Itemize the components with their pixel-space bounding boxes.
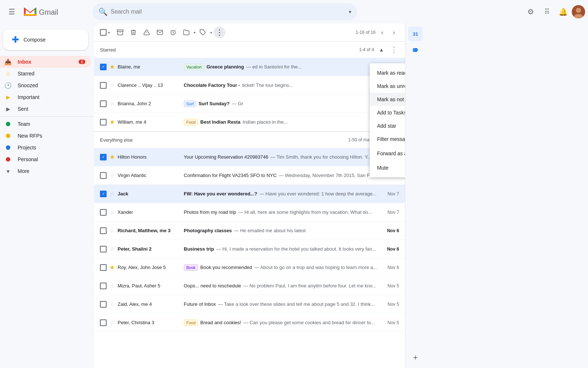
gmail-text-logo: Gmail (39, 7, 58, 17)
table-row[interactable]: ☆ Virgin Atlantic Confirmation for Fligh… (94, 166, 405, 185)
avatar[interactable] (572, 5, 585, 18)
star-icon[interactable]: ☆ (110, 82, 115, 89)
snooze-button[interactable] (167, 26, 179, 38)
starred-icon: ☆ (4, 70, 12, 77)
delete-button[interactable] (128, 26, 139, 38)
next-page-button[interactable]: › (389, 27, 399, 38)
search-bar[interactable]: 🔍 ▾ (93, 3, 357, 20)
sidebar-item-snoozed[interactable]: 🕐 Snoozed (0, 79, 91, 91)
star-icon[interactable]: ☆ (110, 245, 115, 252)
star-icon[interactable]: ☆ (110, 282, 115, 289)
star-icon[interactable]: ★ (110, 264, 115, 271)
spam-button[interactable] (141, 26, 153, 38)
right-panel-tasks-button[interactable] (408, 43, 423, 57)
apps-button[interactable]: ⠿ (539, 4, 554, 19)
email-subject: Book you recommended (200, 265, 252, 270)
label-dropdown-arrow[interactable]: ▾ (210, 31, 212, 35)
email-body: Confirmation for Flight VA2345 SFO to NY… (184, 173, 377, 178)
sidebar-item-personal[interactable]: Personal (0, 153, 91, 165)
settings-button[interactable]: ⚙ (523, 4, 538, 19)
table-row[interactable]: ✓ ★ Hilton Honors Your Upcoming Reservat… (94, 148, 405, 166)
table-row[interactable]: ☆ Zaid, Alex, me 4 Future of Inbox — Tak… (94, 295, 405, 314)
personal-label-icon (4, 156, 12, 163)
compose-button[interactable]: ✚ Compose (3, 29, 88, 50)
more-actions-button[interactable]: ⋮ (214, 26, 225, 38)
table-row[interactable]: ☆ Brianna, John 2 Surf Surf Sunday? — Gr… (94, 95, 405, 113)
notifications-button[interactable]: 🔔 (556, 4, 570, 19)
row-checkbox[interactable] (100, 100, 107, 107)
starred-section-more[interactable]: ⋮ (389, 45, 399, 55)
context-menu: Mark as read Mark as unread Mark as not … (370, 63, 405, 177)
star-icon[interactable]: ☆ (110, 227, 115, 234)
table-row[interactable]: ☆ Peter, Christina 3 Food Bread and cook… (94, 314, 405, 332)
table-row[interactable]: ★ Roy, Alex, John Jose 5 Book Book you r… (94, 258, 405, 277)
row-checkbox[interactable] (100, 172, 107, 179)
star-icon[interactable]: ☆ (110, 190, 115, 197)
star-icon[interactable]: ★ (110, 153, 115, 160)
row-checkbox[interactable] (100, 319, 107, 326)
row-checkbox[interactable] (100, 227, 107, 234)
table-row[interactable]: ☆ Peter, Shalini 2 Business trip — Hi, I… (94, 240, 405, 258)
star-icon[interactable]: ☆ (110, 172, 115, 179)
select-dropdown-arrow[interactable]: ▾ (108, 31, 110, 35)
table-row[interactable]: ✓ ☆ Jack FW: Have you ever wondered...? … (94, 185, 405, 203)
star-icon[interactable]: ☆ (110, 301, 115, 308)
search-input[interactable] (111, 8, 346, 15)
row-checkbox[interactable]: ✓ (100, 64, 107, 70)
table-row[interactable]: ☆ Clarence .. Vijay .. 13 Chocolate Fact… (94, 76, 405, 95)
select-all-checkbox[interactable] (100, 29, 107, 36)
context-menu-item-mark-unread[interactable]: Mark as unread (370, 79, 405, 93)
starred-section-collapse[interactable]: ▲ (376, 45, 387, 55)
email-preview: — Gr (232, 101, 243, 106)
row-checkbox[interactable] (100, 82, 107, 89)
context-menu-item-filter-messages[interactable]: Filter messages like these (370, 132, 405, 146)
archive-button[interactable] (114, 26, 126, 38)
move-dropdown-arrow[interactable]: ▾ (194, 31, 196, 35)
mark-read-button[interactable] (154, 26, 166, 38)
row-checkbox[interactable] (100, 246, 107, 252)
sidebar-item-team[interactable]: Team (0, 118, 91, 130)
move-to-button[interactable] (180, 26, 192, 38)
context-menu-item-mark-not-important[interactable]: Mark as not important (370, 93, 405, 106)
table-row[interactable]: ☆ Xander Photos from my road trip — Hi a… (94, 203, 405, 222)
row-checkbox[interactable] (100, 264, 107, 271)
sidebar-item-projects[interactable]: Projects (0, 142, 91, 153)
sidebar-item-more[interactable]: ▾ More (0, 165, 91, 177)
context-menu-item-mark-read[interactable]: Mark as read (370, 66, 405, 79)
table-row[interactable]: ☆ Mizra, Paul, Asher 5 Oops... need to r… (94, 277, 405, 295)
table-row[interactable]: ☆ Richard, Matthew, me 3 Photography cla… (94, 222, 405, 240)
right-panel-calendar-button[interactable]: 31 (408, 26, 423, 41)
sidebar-item-newrfps[interactable]: New RFPs (0, 130, 91, 142)
sidebar-item-sent[interactable]: ▶ Sent (0, 103, 91, 115)
star-icon[interactable]: ★ (110, 118, 115, 125)
star-icon[interactable]: ☆ (110, 100, 115, 107)
right-panel-add-button[interactable]: + (408, 350, 423, 365)
search-dropdown-icon[interactable]: ▾ (349, 9, 351, 15)
sidebar-item-inbox[interactable]: 📥 Inbox 8 (0, 56, 91, 68)
sent-label: Sent (18, 106, 85, 112)
context-menu-item-add-star[interactable]: Add star (370, 119, 405, 132)
row-checkbox[interactable] (100, 119, 107, 125)
email-toolbar: ▾ ▾ ▾ ⋮ (94, 24, 405, 42)
context-menu-item-mute[interactable]: Mute (370, 161, 405, 174)
hamburger-button[interactable]: ☰ (3, 3, 21, 21)
sender-name: William, me 4 (118, 119, 184, 125)
row-checkbox[interactable] (100, 283, 107, 289)
star-icon[interactable]: ☆ (110, 209, 115, 216)
email-body: Book Book you recommended — About to go … (184, 264, 377, 271)
inbox-badge: 8 (79, 60, 85, 64)
table-row[interactable]: ★ William, me 4 Food Best Indian Resta I… (94, 113, 405, 131)
label-button[interactable] (197, 26, 209, 38)
sidebar-item-important[interactable]: ▶ Important (0, 91, 91, 103)
context-menu-item-add-tasks[interactable]: Add to Tasks (370, 106, 405, 119)
row-checkbox[interactable]: ✓ (100, 191, 107, 197)
sidebar-item-starred[interactable]: ☆ Starred (0, 68, 91, 79)
prev-page-button[interactable]: ‹ (377, 27, 387, 38)
context-menu-item-forward-attachment[interactable]: Forward as attachment 👆 (370, 146, 405, 161)
star-icon[interactable]: ★ (110, 63, 115, 70)
star-icon[interactable]: ☆ (110, 319, 115, 326)
row-checkbox[interactable] (100, 301, 107, 308)
row-checkbox[interactable] (100, 209, 107, 216)
table-row[interactable]: ✓ ★ Blaine, me Vacation Greece planning … (94, 58, 405, 76)
row-checkbox[interactable]: ✓ (100, 154, 107, 160)
